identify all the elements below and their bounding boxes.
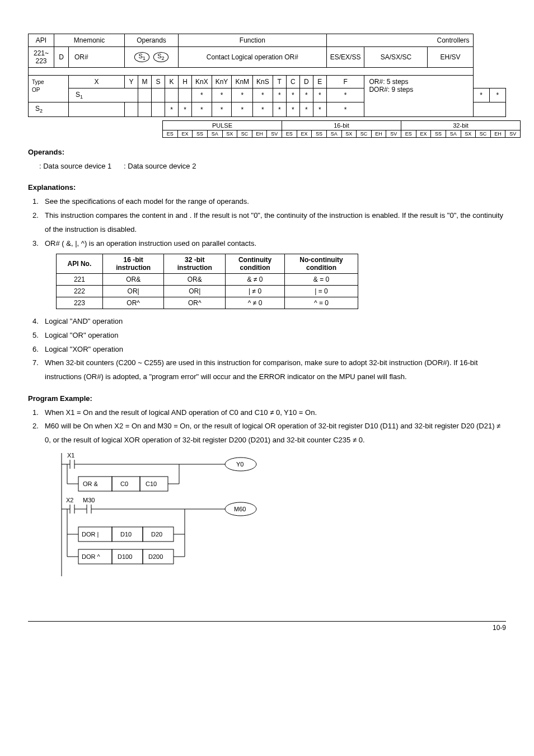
h-operands: Operands	[125, 34, 179, 47]
svg-text:C0: C0	[120, 480, 128, 487]
exp-6: 6. Logical "XOR" operation	[32, 343, 506, 357]
page-number: 10-9	[28, 621, 506, 632]
exp-2: 2.This instruction compares the content …	[32, 209, 506, 236]
pe-1: 1.When X1 = On and the result of logical…	[32, 406, 506, 420]
api-comparison-table: API No. 16 -bit instruction 32 -bit inst…	[56, 254, 358, 309]
h-mnemonic: Mnemonic	[54, 34, 125, 47]
exp-4: 4. Logical "AND" operation	[32, 315, 506, 329]
operands-heading: Operands:	[28, 148, 506, 156]
program-example-heading: Program Example:	[28, 394, 506, 403]
at-h1: 16 -bit instruction	[102, 254, 164, 274]
api-range: 221~ 223	[29, 47, 54, 68]
row-s2: S2	[29, 102, 69, 116]
col-14: F	[326, 76, 364, 88]
svg-text:C10: C10	[146, 480, 157, 487]
pe-2: 2.M60 will be On when X2 = On and M30 = …	[32, 419, 506, 447]
ctrl-c: EH/SV	[428, 47, 473, 68]
exp-7: 7.When 32-bit counters (C200 ~ C255) are…	[32, 356, 506, 384]
col-13: E	[313, 76, 326, 88]
col-9: KnS	[253, 76, 273, 88]
steps-b: DOR#: 9 steps	[369, 86, 413, 94]
steps-a: OR#: 5 steps	[369, 78, 408, 86]
svg-text:D200: D200	[148, 553, 163, 560]
svg-text:DOR |: DOR |	[82, 531, 99, 538]
col-3: S	[152, 76, 165, 88]
s2-oval: S2	[153, 52, 168, 62]
op-label: OP	[32, 87, 40, 93]
col-1: Y	[125, 76, 138, 88]
svg-text:M30: M30	[83, 497, 95, 503]
h-function: Function	[179, 34, 327, 47]
h-controllers: Controllers	[326, 34, 473, 47]
svg-text:Y0: Y0	[236, 461, 243, 468]
svg-text:D10: D10	[120, 531, 132, 538]
d-label: D	[54, 47, 69, 68]
mode-table: PULSE 16-bit 32-bit ESEXSSSA SXSCEHSV ES…	[162, 120, 521, 138]
svg-text:D100: D100	[118, 553, 132, 560]
at-h3: Continuity condition	[226, 254, 285, 274]
at-h2: 32 -bit instruction	[164, 254, 226, 274]
svg-text:X2: X2	[66, 497, 73, 503]
col-10: T	[273, 76, 286, 88]
svg-text:DOR ^: DOR ^	[82, 553, 101, 560]
ctrl-b: SA/SX/SC	[364, 47, 428, 68]
col-5: H	[179, 76, 192, 88]
svg-text:D20: D20	[151, 531, 162, 538]
mode-32: 32-bit	[401, 120, 521, 130]
col-0: X	[69, 76, 125, 88]
at-h0: API No.	[57, 254, 103, 274]
svg-text:X1: X1	[67, 453, 74, 459]
ctrl-a: ES/EX/SS	[326, 47, 364, 68]
mode-16: 16-bit	[282, 120, 401, 130]
h-api: API	[29, 34, 54, 47]
table-row: 223OR^OR^^ ≠ 0^ = 0	[57, 297, 358, 309]
col-4: K	[165, 76, 179, 88]
col-7: KnY	[212, 76, 232, 88]
svg-text:OR &: OR &	[83, 480, 99, 487]
at-h4: No-continuity condition	[285, 254, 358, 274]
mnemonic: OR#	[69, 47, 125, 68]
exp-3: 3.OR# ( &, |, ^) is an operation instruc…	[32, 237, 506, 251]
s1-oval: S1	[134, 52, 149, 62]
operands-cell: S1 S2	[125, 47, 179, 68]
instruction-header-table: API Mnemonic Operands Function Controlle…	[28, 34, 506, 117]
col-11: C	[286, 76, 299, 88]
exp-5: 5. Logical "OR" operation	[32, 329, 506, 343]
table-row: 221OR&OR&& ≠ 0& = 0	[57, 274, 358, 286]
operands-desc: : Data source device 1 : Data source dev…	[39, 160, 506, 174]
exp-1: 1.See the specifications of each model f…	[32, 195, 506, 209]
function-text: Contact Logical operation OR#	[179, 47, 327, 68]
explanations-heading: Explanations:	[28, 183, 506, 192]
steps-cell: OR#: 5 steps DOR#: 9 steps	[364, 76, 473, 117]
svg-text:M60: M60	[234, 506, 246, 512]
mode-pulse: PULSE	[163, 120, 282, 130]
col-8: KnM	[232, 76, 253, 88]
col-2: M	[138, 76, 152, 88]
type-label: Type	[32, 79, 44, 85]
table-row: 222OR|OR|| ≠ 0| = 0	[57, 286, 358, 297]
col-12: D	[299, 76, 313, 88]
row-s1: S1	[69, 88, 138, 102]
ladder-diagram: X1 Y0 OR & C0 C10 X2 M30 M60 DOR | D10 D…	[56, 453, 291, 576]
col-6: KnX	[192, 76, 212, 88]
